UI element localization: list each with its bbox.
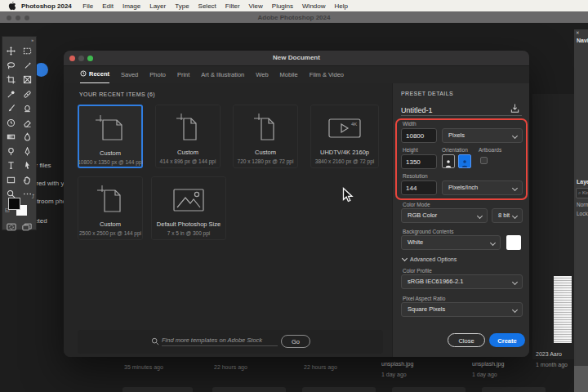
toolbar-collapse-icon[interactable]: » [31,38,33,42]
blur-tool-icon[interactable] [20,130,36,145]
bit-depth-dropdown[interactable]: 8 bit [492,208,523,223]
bg-file-title[interactable]: unsplash.jpg [381,361,413,367]
tab-photo[interactable]: Photo [149,66,166,83]
chevron-down-icon [512,133,518,139]
width-unit-dropdown[interactable]: Pixels [442,128,523,143]
height-input[interactable] [401,154,437,169]
screen-mode-icon[interactable] [22,220,32,234]
document-name-field[interactable]: Untitled-1 [401,101,522,116]
crop-tool-icon[interactable] [3,73,20,87]
menu-image[interactable]: Image [122,2,140,10]
color-mode-label: Color Mode [403,202,430,207]
document-name[interactable]: Untitled-1 [401,106,433,114]
lasso-tool-icon[interactable] [3,59,20,74]
object-selection-tool-icon[interactable] [20,59,36,74]
preset-details-heading: PRESET DETAILS [401,91,453,96]
menu-plugins[interactable]: Plugins [272,2,293,10]
bg-file-title[interactable]: 2023 Aaro [536,351,562,357]
pen-tool-icon[interactable] [20,145,36,159]
recent-item-custom-414[interactable]: Custom 414 x 896 px @ 144 ppi [155,105,220,168]
background-contents-dropdown[interactable]: White [401,235,501,250]
path-selection-tool-icon[interactable] [20,158,36,173]
create-button[interactable]: Create [489,333,525,347]
foreground-color-swatch[interactable] [8,198,20,210]
gradient-tool-icon[interactable] [3,130,20,145]
type-tool-icon[interactable] [3,158,20,173]
color-swatches[interactable]: ⤴ ◱ [8,195,33,218]
quick-mask-icon[interactable] [7,220,16,234]
tab-film-video[interactable]: Film & Video [310,66,344,83]
new-document-dialog: New Document Recent Saved Photo Print Ar… [64,51,529,357]
menu-app-name[interactable]: Photoshop 2024 [21,2,72,10]
rectangle-tool-icon[interactable] [3,173,20,188]
orientation-landscape-button[interactable] [458,154,471,168]
artboards-checkbox[interactable] [480,157,488,164]
bg-document-thumbnail[interactable] [554,276,572,343]
panel-close-icon[interactable]: ✕ [576,30,588,35]
resolution-input[interactable] [401,180,437,195]
recent-item-custom-720[interactable]: Custom 720 x 1280 px @ 72 ppi [233,105,298,168]
background-color-swatch[interactable] [506,235,521,250]
menu-view[interactable]: View [249,2,263,10]
dodge-tool-icon[interactable] [3,145,20,159]
clone-stamp-tool-icon[interactable] [20,101,36,116]
save-preset-icon[interactable] [510,102,520,117]
menu-help[interactable]: Help [335,2,348,10]
layers-blend-mode[interactable]: Normal [577,202,588,207]
artboards-label: Artboards [479,147,501,153]
history-brush-tool-icon[interactable] [3,116,20,131]
width-input[interactable] [401,128,437,143]
recent-item-uhdtv-4k[interactable]: 4K UHDTV/4K 2160p 3840 x 2160 px @ 72 pp… [310,105,379,168]
menu-window[interactable]: Window [302,2,325,10]
tab-art-illustration[interactable]: Art & Illustration [201,66,244,83]
photoshop-toolbar: » ⤴ ◱ [2,36,37,230]
move-tool-icon[interactable] [3,44,20,59]
apple-logo-icon[interactable] [8,2,16,11]
bg-file-time: 1 day ago [472,372,497,377]
menu-file[interactable]: File [82,2,93,10]
menu-edit[interactable]: Edit [102,2,114,10]
go-button[interactable]: Go [281,335,310,348]
tab-mobile[interactable]: Mobile [280,66,298,83]
bg-file-title[interactable]: unsplash.jpg [472,361,504,367]
tab-web[interactable]: Web [256,66,268,83]
tab-saved[interactable]: Saved [121,66,138,83]
healing-brush-tool-icon[interactable] [20,87,36,102]
menu-select[interactable]: Select [198,2,216,10]
eraser-tool-icon[interactable] [20,116,36,131]
orientation-portrait-button[interactable] [442,154,455,168]
eyedropper-tool-icon[interactable] [3,87,20,102]
document-portrait-icon [247,109,283,148]
menu-layer[interactable]: Layer [149,2,166,10]
hand-tool-icon[interactable] [20,173,36,188]
bg-file-time: 35 minutes ago [124,364,163,370]
chevron-down-icon [477,213,483,219]
recent-item-default-size[interactable]: Default Photoshop Size 7 x 5 in @ 300 pp… [151,176,226,240]
recent-item-custom-2500[interactable]: Custom 2500 x 2500 px @ 144 ppi [78,176,143,240]
layers-kind-filter[interactable]: ⌕ Kind [576,188,588,198]
color-profile-dropdown[interactable]: sRGB IEC61966-2.1 [401,274,523,289]
tab-print[interactable]: Print [177,66,189,83]
frame-tool-icon[interactable] [20,73,36,87]
tab-recent[interactable]: Recent [80,65,109,84]
brush-tool-icon[interactable] [3,101,20,116]
layers-lock-label: Lock: [577,211,588,216]
close-button[interactable]: Close [448,333,485,347]
resolution-unit-dropdown[interactable]: Pixels/Inch [442,180,523,195]
menu-filter[interactable]: Filter [225,2,240,10]
bg-gray-block [574,366,588,392]
color-mode-dropdown[interactable]: RGB Color [401,208,488,223]
document-portrait-icon [170,109,206,148]
height-label: Height [403,147,418,153]
stock-search-input[interactable] [162,335,278,346]
dialog-title-bar: New Document [64,51,529,66]
menu-type[interactable]: Type [175,2,189,10]
recent-item-custom-10800[interactable]: Custom 10800 x 1350 px @ 144 ppi [78,105,143,168]
chevron-down-icon [512,213,518,219]
pixel-aspect-ratio-dropdown[interactable]: Square Pixels [401,302,523,317]
bg-file-time: 1 month ago [536,362,568,368]
rectangular-marquee-tool-icon[interactable] [20,44,36,59]
dialog-tab-bar: Recent Saved Photo Print Art & Illustrat… [64,65,529,83]
advanced-options-toggle[interactable]: Advanced Options [403,256,457,262]
swap-colors-icon[interactable]: ⤴ [32,194,35,199]
